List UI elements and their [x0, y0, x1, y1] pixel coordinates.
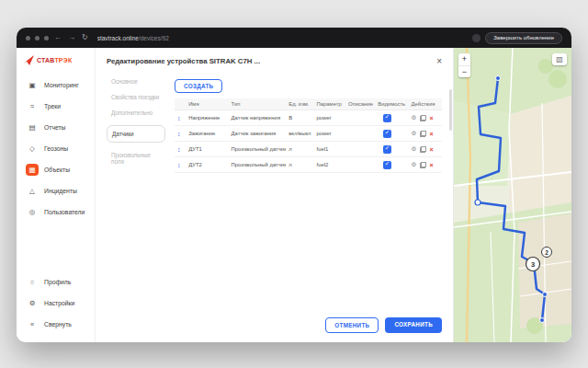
sidebar-item-tracks[interactable]: ≈ Треки — [21, 98, 90, 115]
visibility-checkbox[interactable] — [383, 161, 391, 169]
visibility-checkbox[interactable] — [383, 145, 391, 154]
scrollbar[interactable] — [449, 89, 452, 131]
device-edit-modal: Редактирование устройства SITRAK C7H ...… — [96, 48, 454, 342]
create-button[interactable]: СОЗДАТЬ — [175, 79, 222, 93]
sidebar-item-collapse[interactable]: « Свернуть — [21, 316, 90, 333]
sensor-settings-icon[interactable]: ⚙ — [412, 114, 417, 121]
drag-handle-icon[interactable]: ↕ — [177, 131, 181, 137]
collapse-icon: « — [26, 318, 39, 330]
map-urban-area — [509, 96, 571, 218]
close-icon[interactable]: × — [436, 57, 442, 66]
incidents-icon: △ — [26, 185, 39, 197]
users-icon: ◎ — [26, 206, 39, 218]
sensor-type: Произвольный датчик — [229, 142, 287, 157]
sidebar-item-reports[interactable]: ▤ Отчеты — [21, 119, 90, 136]
finish-update-button[interactable]: Завершить обновление — [485, 32, 562, 44]
refresh-button[interactable]: ↻ — [81, 34, 89, 41]
cluster-marker-2[interactable]: 2 — [542, 247, 552, 258]
delete-icon[interactable]: × — [429, 146, 433, 153]
route-point-marker[interactable] — [543, 293, 548, 297]
map-panel[interactable]: 2 3 + − ▧ — [454, 48, 571, 342]
waypoint-marker[interactable] — [475, 200, 481, 205]
logo-text: СТАВТРЭК — [37, 57, 72, 63]
sensor-unit: В — [286, 110, 313, 126]
save-button[interactable]: СОХРАНИТЬ — [385, 317, 442, 333]
drag-handle-icon[interactable]: ↕ — [177, 115, 181, 121]
extension-icon[interactable] — [472, 34, 481, 42]
window-maximize-button[interactable] — [44, 36, 49, 40]
visibility-checkbox[interactable] — [383, 114, 391, 122]
copy-icon[interactable] — [420, 115, 426, 121]
forward-button[interactable]: → — [67, 34, 76, 41]
objects-icon: ▦ — [26, 164, 39, 176]
sensor-settings-icon[interactable]: ⚙ — [412, 161, 417, 168]
zoom-out-button[interactable]: − — [458, 65, 470, 77]
tracks-icon: ≈ — [26, 100, 39, 112]
table-header-row: Имя Тип Ед. изм. Параметр Описание Видим… — [175, 98, 442, 110]
zoom-in-button[interactable]: + — [458, 53, 470, 65]
sidebar-item-objects[interactable]: ▦ Объекты — [21, 161, 90, 178]
sensor-row: ↕ ДУТ1 Произвольный датчик л fuel1 ⚙ — [175, 142, 442, 157]
modal-title: Редактирование устройства SITRAK C7H ... — [107, 57, 260, 65]
sidebar-item-label: Свернуть — [44, 321, 72, 328]
sidebar-item-label: Инциденты — [44, 188, 77, 194]
drag-handle-icon[interactable]: ↕ — [177, 162, 181, 168]
sidebar: СТАВТРЭК ▣ Мониторинг ≈ Треки ▤ Отчеты ◇… — [17, 48, 96, 342]
map-green-area — [454, 101, 511, 186]
layers-control[interactable]: ▧ — [552, 53, 567, 65]
tab-additional[interactable]: Дополнительно — [107, 109, 165, 116]
sidebar-item-label: Геозоны — [44, 145, 68, 152]
col-drag — [175, 98, 186, 110]
back-button[interactable]: ← — [53, 34, 62, 41]
visibility-checkbox[interactable] — [383, 130, 391, 138]
reports-icon: ▤ — [26, 121, 39, 133]
col-description: Описание — [345, 98, 375, 110]
sidebar-item-users[interactable]: ◎ Пользователи — [21, 203, 90, 221]
sidebar-item-incidents[interactable]: △ Инциденты — [21, 182, 90, 200]
tab-custom-fields[interactable]: Произвольные поля — [107, 152, 165, 165]
tab-sensors[interactable]: Датчики — [107, 125, 165, 143]
sidebar-item-monitoring[interactable]: ▣ Мониторинг — [21, 76, 90, 94]
delete-icon[interactable]: × — [429, 115, 433, 121]
window-close-button[interactable] — [26, 36, 30, 40]
logo: СТАВТРЭК — [17, 53, 95, 75]
copy-icon[interactable] — [420, 131, 426, 137]
sensor-type: Датчик напряжения — [229, 110, 287, 126]
delete-icon[interactable]: × — [429, 131, 433, 137]
copy-icon[interactable] — [420, 162, 426, 168]
drag-handle-icon[interactable]: ↕ — [177, 146, 181, 153]
col-name: Имя — [186, 98, 228, 110]
address-bar[interactable]: stavtrack.online/devices/92 — [97, 35, 469, 41]
sensor-name: Зажигание — [186, 126, 228, 142]
profile-icon: ○ — [26, 276, 39, 288]
window-minimize-button[interactable] — [35, 36, 40, 40]
monitoring-icon: ▣ — [26, 79, 39, 91]
tab-main[interactable]: Основное — [107, 78, 165, 85]
sidebar-item-label: Мониторинг — [44, 82, 79, 88]
tab-trip-properties[interactable]: Свойства поездки — [107, 94, 165, 100]
sidebar-item-profile[interactable]: ○ Профиль — [21, 273, 90, 291]
sensor-name: ДУТ2 — [186, 157, 228, 173]
cancel-button[interactable]: ОТМЕНИТЬ — [325, 317, 379, 333]
col-param: Параметр — [314, 98, 345, 110]
sensor-description — [345, 142, 375, 157]
sensor-param: fuel2 — [314, 157, 345, 173]
map-canvas[interactable]: 2 3 — [454, 48, 571, 342]
sensor-unit: вкл/выкл — [286, 126, 313, 142]
sensor-settings-icon[interactable]: ⚙ — [412, 130, 417, 137]
route-start-marker[interactable] — [496, 76, 501, 81]
sensor-settings-icon[interactable]: ⚙ — [412, 145, 417, 153]
map-zoom-controls: + − — [458, 53, 470, 77]
col-unit: Ед. изм. — [286, 98, 313, 110]
delete-icon[interactable]: × — [429, 162, 433, 168]
sidebar-item-geozones[interactable]: ◇ Геозоны — [21, 140, 90, 157]
cluster-marker-2-label: 2 — [545, 249, 548, 256]
sensor-param: fuel1 — [314, 142, 345, 157]
sensor-name: Напряжение — [186, 110, 228, 126]
cluster-marker-3[interactable]: 3 — [526, 258, 540, 271]
route-end-marker[interactable] — [540, 318, 545, 323]
sidebar-item-settings[interactable]: ⚙ Настройки — [21, 294, 90, 312]
sensor-param: power — [314, 110, 345, 126]
sensor-unit: л — [286, 157, 313, 173]
copy-icon[interactable] — [420, 146, 426, 153]
